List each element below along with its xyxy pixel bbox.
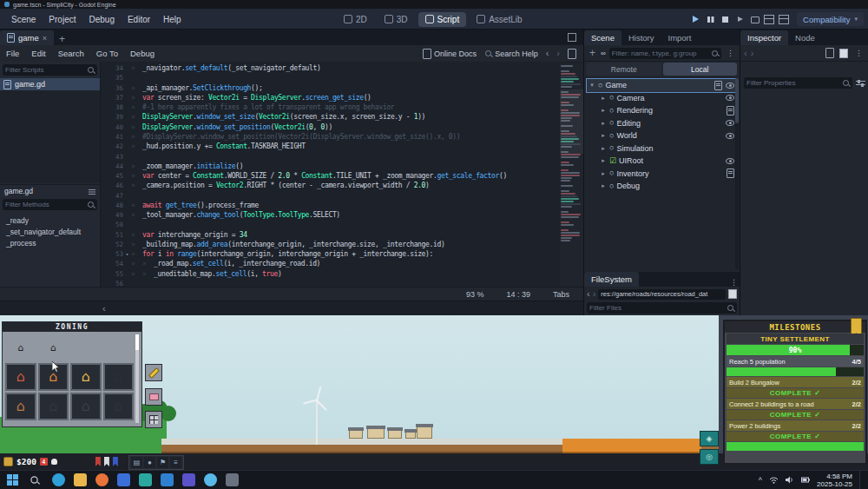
visibility-toggle-icon[interactable] (726, 83, 734, 89)
hud-tray-button[interactable]: ▤ (131, 457, 142, 468)
zoning-item[interactable]: ⌂ (103, 393, 135, 420)
remote-button[interactable]: Remote (587, 63, 661, 76)
local-button[interactable]: Local (663, 63, 738, 76)
line-number[interactable]: 46 (101, 182, 123, 189)
zoning-item[interactable]: ⌂ (38, 334, 69, 361)
alert-badge[interactable]: 4 (40, 458, 48, 466)
nav-forward-icon[interactable]: › (593, 289, 596, 299)
line-number[interactable]: 48 (101, 202, 123, 209)
wifi-icon[interactable] (769, 476, 779, 484)
mode-tab-assetlib[interactable]: AssetLib (470, 12, 529, 27)
script-tab-game[interactable]: game × (0, 30, 54, 45)
script-menu-file[interactable]: File (0, 49, 25, 58)
tray-chevron-icon[interactable]: ^ (759, 476, 762, 485)
line-number[interactable]: 39 (101, 113, 123, 121)
fold-arrow-icon[interactable]: ▾ (123, 251, 131, 258)
taskbar-search-icon[interactable] (30, 475, 39, 485)
filesystem-menu-icon[interactable]: ⋮ (728, 278, 740, 287)
scene-tree-scrollbar[interactable] (735, 78, 739, 269)
instantiate-scene-icon[interactable]: ∞ (601, 50, 606, 57)
firefox-browser-icon[interactable] (95, 473, 108, 486)
bell-icon[interactable] (51, 459, 57, 465)
single-window-icon[interactable] (779, 15, 789, 24)
new-script-tab-button[interactable]: + (54, 33, 70, 45)
expander-icon[interactable]: ▸ (600, 170, 607, 177)
play-icon[interactable] (691, 15, 700, 24)
menu-project[interactable]: Project (43, 12, 82, 27)
grid-tool-button[interactable] (145, 411, 162, 428)
history-forward-icon[interactable]: › (556, 49, 560, 58)
zoning-item[interactable]: ⌂ (5, 334, 36, 361)
banner-icon[interactable] (104, 457, 109, 466)
show-desktop-button[interactable] (859, 471, 864, 489)
line-number[interactable]: 51 (101, 231, 123, 239)
line-number[interactable]: 40 (101, 123, 123, 131)
scene-node-world[interactable]: ▸○World (587, 129, 737, 142)
tab-node[interactable]: Node (788, 30, 822, 45)
line-number[interactable]: 55 (101, 270, 123, 278)
code-editor[interactable]: 34»_navigator.set_default(_set_navigator… (101, 62, 583, 287)
mode-tab-3d[interactable]: 3D (378, 12, 415, 27)
inspector-back-icon[interactable]: ‹ (744, 49, 747, 58)
edge-browser-icon[interactable] (52, 473, 65, 486)
inspector-forward-icon[interactable]: › (751, 49, 754, 58)
scene-node-game[interactable]: ▾○Game (587, 79, 737, 92)
compass-overlay-button[interactable]: ◎ (700, 449, 719, 465)
script-attached-icon[interactable] (727, 106, 734, 116)
expander-icon[interactable]: ▸ (600, 157, 607, 164)
zoning-item[interactable]: ⌂ (38, 393, 69, 420)
scene-node-uiroot[interactable]: ▸☑UIRoot (587, 155, 737, 168)
line-number[interactable]: 44 (101, 162, 123, 170)
menu-help[interactable]: Help (157, 12, 187, 27)
play-scene-icon[interactable] (735, 15, 745, 24)
line-number[interactable]: 41 (101, 133, 123, 141)
expander-icon[interactable]: ▸ (600, 107, 607, 114)
start-button[interactable] (7, 474, 18, 486)
tab-history[interactable]: History (621, 30, 661, 45)
code-minimap[interactable] (560, 63, 583, 287)
line-number[interactable]: 49 (101, 211, 123, 219)
filesystem-path-input[interactable] (601, 290, 723, 298)
history-back-icon[interactable]: ‹ (102, 304, 106, 314)
visibility-toggle-icon[interactable] (726, 158, 734, 164)
scene-node-debug[interactable]: ▸○Debug (587, 180, 737, 193)
expander-icon[interactable]: ▸ (600, 120, 607, 127)
menu-editor[interactable]: Editor (122, 12, 156, 27)
indent-type[interactable]: Tabs (553, 290, 569, 299)
app-lightblue-icon[interactable] (204, 473, 217, 486)
scene-node-editing[interactable]: ▸○Editing (587, 117, 737, 130)
scene-node-camera[interactable]: ▸○Camera (587, 92, 737, 105)
line-number[interactable]: 52 (101, 241, 123, 248)
script-attached-icon[interactable] (714, 81, 722, 90)
line-number[interactable]: 43 (101, 153, 123, 161)
filter-properties-input[interactable] (746, 79, 842, 87)
script-menu-search[interactable]: Search (52, 49, 90, 58)
movie-icon[interactable] (750, 15, 760, 24)
script-menu-edit[interactable]: Edit (25, 49, 51, 58)
erase-tool-button[interactable] (145, 388, 162, 406)
zoning-item[interactable]: ⌂ (5, 363, 36, 391)
method-item--set-navigator-default[interactable]: _set_navigator_default (0, 226, 100, 237)
scene-node-rendering[interactable]: ▸○Rendering (587, 104, 737, 117)
line-number[interactable]: 50 (101, 221, 123, 228)
app-gray-icon[interactable] (226, 473, 239, 486)
scene-node-simulation[interactable]: ▸○Simulation (587, 142, 737, 155)
tab-scene[interactable]: Scene (584, 30, 621, 45)
sort-methods-icon[interactable] (89, 188, 95, 195)
speaker-icon[interactable] (786, 476, 794, 484)
add-node-button[interactable]: + (588, 47, 597, 59)
expander-icon[interactable]: ▸ (600, 132, 607, 139)
line-number[interactable]: 36 (101, 84, 123, 92)
map-overlay-button[interactable]: ◈ (700, 431, 719, 446)
hud-tray-button[interactable]: ⚑ (157, 457, 168, 468)
filter-scripts-input[interactable] (5, 66, 87, 74)
zoning-scrollbar[interactable] (135, 334, 139, 423)
filter-files-input[interactable] (589, 304, 727, 312)
menu-debug[interactable]: Debug (82, 12, 120, 27)
script-attached-icon[interactable] (727, 169, 734, 178)
tab-import[interactable]: Import (661, 30, 699, 45)
expander-icon[interactable]: ▸ (600, 182, 607, 189)
banner-icon[interactable] (113, 457, 118, 466)
mode-tab-script[interactable]: Script (418, 12, 467, 27)
scrollbar-thumb[interactable] (735, 78, 739, 123)
